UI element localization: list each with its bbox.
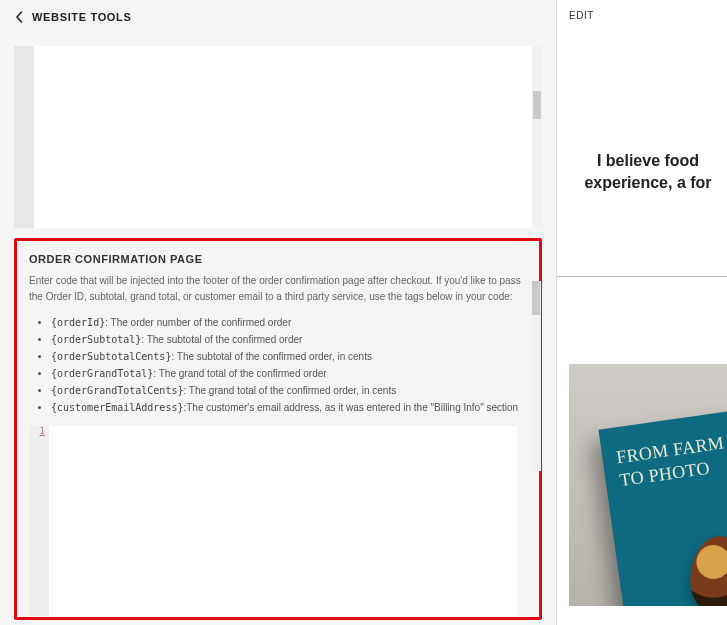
tag-item: {orderGrandTotal}: The grand total of th…	[51, 365, 527, 382]
scrollbar-thumb-lower[interactable]	[532, 281, 540, 315]
code-editor-order-confirmation: 1	[29, 426, 527, 616]
line-number: 1	[29, 426, 49, 436]
panel-title: WEBSITE TOOLS	[32, 11, 131, 23]
code-gutter-upper	[14, 46, 34, 228]
settings-panel: WEBSITE TOOLS ORDER CONFIRMATION PAGE En…	[0, 0, 556, 625]
section-title: ORDER CONFIRMATION PAGE	[29, 253, 527, 265]
tag-code: {orderSubtotalCents}	[51, 351, 171, 362]
tag-desc: : The grand total of the confirmed order…	[183, 385, 396, 396]
tag-item: {orderSubtotal}: The subtotal of the con…	[51, 331, 527, 348]
scrollbar-thumb-upper[interactable]	[533, 91, 541, 119]
tag-list: {orderId}: The order number of the confi…	[29, 314, 527, 416]
code-textarea-upper[interactable]	[34, 46, 532, 228]
order-confirmation-section: ORDER CONFIRMATION PAGE Enter code that …	[14, 238, 542, 620]
code-editor-upper	[14, 46, 542, 228]
tag-desc: :The customer's email address, as it was…	[183, 402, 518, 413]
scrollbar-upper[interactable]	[532, 46, 542, 228]
edit-button[interactable]: EDIT	[557, 0, 727, 31]
tag-desc: : The subtotal of the confirmed order, i…	[171, 351, 371, 362]
panel-header: WEBSITE TOOLS	[0, 0, 556, 34]
tag-item: {orderId}: The order number of the confi…	[51, 314, 527, 331]
tag-item: {customerEmailAddress}:The customer's em…	[51, 399, 527, 416]
tag-desc: : The grand total of the confirmed order	[153, 368, 326, 379]
preview-heading-area: I believe food experience, a for	[557, 150, 727, 193]
code-gutter-lower: 1	[29, 426, 49, 616]
tag-code: {orderGrandTotalCents}	[51, 385, 183, 396]
preview-heading-line2: experience, a for	[569, 172, 727, 194]
tag-code: {orderSubtotal}	[51, 334, 141, 345]
site-preview-panel: EDIT I believe food experience, a for FR…	[556, 0, 727, 625]
preview-divider	[557, 276, 727, 277]
preview-hero-image: FROM FARM TO PHOTO	[569, 364, 727, 606]
back-chevron-icon[interactable]	[12, 10, 26, 24]
code-textarea-order-confirmation[interactable]	[49, 426, 517, 616]
tag-item: {orderGrandTotalCents}: The grand total …	[51, 382, 527, 399]
tag-desc: : The order number of the confirmed orde…	[105, 317, 291, 328]
preview-heading-line1: I believe food	[569, 150, 727, 172]
tag-code: {orderId}	[51, 317, 105, 328]
tag-code: {orderGrandTotal}	[51, 368, 153, 379]
tag-code: {customerEmailAddress}	[51, 402, 183, 413]
tag-desc: : The subtotal of the confirmed order	[141, 334, 302, 345]
scrollbar-lower[interactable]	[531, 281, 541, 471]
panel-scroll-area: ORDER CONFIRMATION PAGE Enter code that …	[0, 36, 556, 625]
app-root: WEBSITE TOOLS ORDER CONFIRMATION PAGE En…	[0, 0, 727, 625]
tag-item: {orderSubtotalCents}: The subtotal of th…	[51, 348, 527, 365]
section-description: Enter code that will be injected into th…	[29, 273, 527, 304]
